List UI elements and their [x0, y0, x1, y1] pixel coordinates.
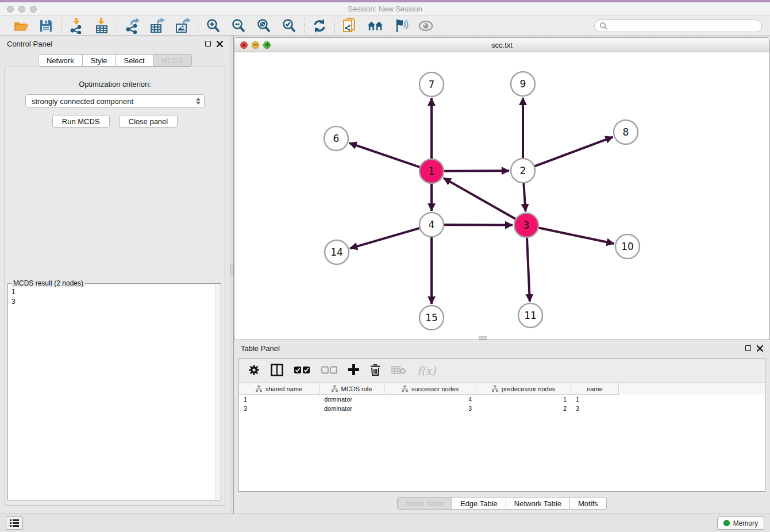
graph-node-label-3: 3 [523, 219, 530, 231]
graph-edge-2-3[interactable] [523, 183, 525, 211]
tab-mcds[interactable]: MCDS [153, 54, 192, 67]
cell-predecessor-nodes[interactable]: 1 [476, 395, 571, 404]
export-image-button[interactable] [175, 18, 191, 34]
gear-icon [248, 364, 260, 376]
graph-edge-3-1[interactable] [444, 178, 516, 219]
table-row[interactable]: 1 dominator 4 1 1 [239, 395, 765, 404]
canvas-resize-grip[interactable] [479, 336, 487, 340]
import-network-button[interactable] [68, 18, 84, 34]
column-header-mcds-role[interactable]: MCDS role [319, 383, 384, 395]
cell-name[interactable]: 1 [571, 395, 619, 404]
column-header-shared-name[interactable]: shared name [239, 383, 319, 395]
export-table-button[interactable] [149, 18, 165, 34]
column-layout-button[interactable] [271, 364, 283, 378]
mcds-tab-content: Optimization criterion: strongly connect… [5, 67, 225, 506]
zoom-fit-button[interactable] [256, 18, 272, 34]
delete-table-button[interactable] [391, 365, 406, 376]
graph-edge-3-11[interactable] [527, 237, 530, 302]
mcds-result-text[interactable]: 1 3 [8, 284, 221, 308]
cell-mcds-role[interactable]: dominator [319, 404, 384, 413]
memory-button[interactable]: Memory [717, 516, 764, 530]
vertical-splitter[interactable] [230, 36, 234, 514]
cell-predecessor-nodes[interactable]: 2 [476, 404, 571, 413]
zoom-in-icon [206, 18, 221, 33]
network-window-titlebar[interactable]: scc.txt [234, 38, 769, 52]
graph-edge-1-2[interactable] [444, 171, 509, 171]
graph-node-label-7: 7 [429, 79, 435, 90]
zoom-selected-button[interactable] [281, 18, 297, 34]
tab-style[interactable]: Style [83, 54, 116, 67]
table-header-row: shared name MCDS role successor nodes pr… [239, 383, 765, 395]
table-panel-title: Table Panel [241, 344, 280, 353]
save-session-button[interactable] [38, 18, 54, 34]
hierarchy-icon [492, 385, 498, 392]
open-session-button[interactable] [13, 18, 29, 34]
show-graphics-details-button[interactable] [418, 18, 434, 34]
result-line: 3 [11, 297, 220, 307]
search-input[interactable] [610, 22, 757, 30]
tab-motifs[interactable]: Motifs [570, 497, 607, 510]
refresh-button[interactable] [311, 18, 328, 34]
hierarchy-icon [332, 385, 338, 392]
network-canvas[interactable]: 7968124314101511 [234, 52, 769, 340]
deselect-all-button[interactable] [321, 366, 337, 376]
close-panel-button[interactable]: Close panel [119, 115, 178, 128]
cell-successor-nodes[interactable]: 3 [384, 404, 476, 413]
app-title: Session: New Session [0, 5, 770, 13]
result-scrollbar[interactable] [215, 284, 221, 499]
table-options-button[interactable] [248, 364, 260, 377]
task-history-button[interactable] [6, 516, 23, 530]
tab-network-table[interactable]: Network Table [506, 497, 570, 510]
column-title: successor nodes [411, 385, 459, 392]
new-network-from-selection-button[interactable] [342, 18, 358, 34]
first-neighbors-button[interactable] [367, 18, 383, 34]
trash-icon [370, 364, 380, 376]
graph-edge-1-6[interactable] [349, 143, 420, 167]
tab-select[interactable]: Select [116, 54, 153, 67]
hierarchy-icon [402, 385, 408, 392]
splitter-grip[interactable] [230, 265, 233, 275]
delete-column-button[interactable] [370, 364, 380, 377]
eye-icon [418, 20, 434, 32]
mcds-result-title: MCDS result (2 nodes) [11, 279, 85, 287]
run-mcds-button[interactable]: Run MCDS [52, 115, 110, 128]
close-panel-icon[interactable] [217, 41, 223, 47]
add-column-button[interactable] [348, 364, 359, 377]
table-row[interactable]: 3 dominator 3 2 3 [239, 404, 765, 413]
cell-name[interactable]: 3 [571, 404, 619, 413]
column-header-successor-nodes[interactable]: successor nodes [384, 383, 476, 395]
graph-node-label-11: 11 [524, 310, 537, 321]
column-header-name[interactable]: name [571, 383, 619, 395]
list-icon [10, 519, 19, 527]
tab-network[interactable]: Network [38, 54, 83, 67]
homes-icon [367, 19, 383, 33]
graph-node-label-14: 14 [330, 246, 343, 258]
apply-function-button[interactable]: f(x) [417, 364, 436, 377]
graph-edge-3-10[interactable] [538, 228, 614, 244]
criterion-select[interactable]: strongly connected component [25, 94, 205, 108]
column-header-predecessor-nodes[interactable]: predecessor nodes [476, 383, 571, 395]
search-field[interactable] [594, 20, 762, 32]
float-panel-icon[interactable] [205, 41, 211, 47]
close-table-panel-icon[interactable] [757, 345, 763, 352]
zoom-in-button[interactable] [205, 18, 221, 34]
network-view-window: scc.txt 7968124314101511 [234, 37, 770, 340]
search-area [594, 20, 762, 32]
cell-successor-nodes[interactable]: 4 [384, 395, 476, 404]
float-table-panel-icon[interactable] [745, 345, 751, 351]
export-network-button[interactable] [124, 18, 140, 34]
graph-edge-4-3[interactable] [444, 225, 513, 225]
node-table[interactable]: shared name MCDS role successor nodes pr… [239, 383, 765, 491]
graph-edge-2-8[interactable] [534, 137, 613, 166]
cell-shared-name[interactable]: 3 [239, 404, 319, 413]
graph-edge-4-14[interactable] [350, 228, 420, 248]
tab-edge-table[interactable]: Edge Table [452, 497, 506, 510]
import-table-button[interactable] [94, 18, 110, 34]
hide-graphics-details-button[interactable] [392, 18, 409, 34]
select-all-button[interactable] [294, 366, 310, 376]
zoom-out-button[interactable] [230, 18, 247, 34]
cell-mcds-role[interactable]: dominator [319, 395, 384, 404]
cell-shared-name[interactable]: 1 [239, 395, 319, 404]
graph-node-label-2: 2 [520, 165, 526, 176]
tab-node-table[interactable]: Node Table [397, 497, 452, 510]
